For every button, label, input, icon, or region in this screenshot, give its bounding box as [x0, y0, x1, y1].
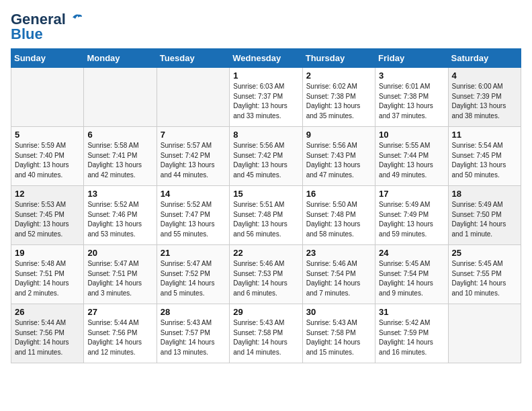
day-info: Sunrise: 5:43 AM Sunset: 7:58 PM Dayligh… [306, 318, 371, 357]
day-info: Sunrise: 6:02 AM Sunset: 7:38 PM Dayligh… [306, 82, 371, 121]
day-number: 9 [306, 130, 371, 140]
day-number: 24 [379, 248, 444, 258]
calendar-cell: 17Sunrise: 5:49 AM Sunset: 7:49 PM Dayli… [375, 186, 448, 245]
day-info: Sunrise: 5:59 AM Sunset: 7:40 PM Dayligh… [15, 141, 80, 180]
day-number: 12 [15, 189, 80, 199]
page-header: General Blue [11, 11, 521, 43]
day-info: Sunrise: 5:50 AM Sunset: 7:48 PM Dayligh… [306, 200, 371, 239]
day-number: 27 [87, 307, 152, 317]
calendar-week-row: 19Sunrise: 5:48 AM Sunset: 7:51 PM Dayli… [11, 245, 521, 304]
day-number: 26 [15, 307, 80, 317]
calendar-week-row: 1Sunrise: 6:03 AM Sunset: 7:37 PM Daylig… [11, 68, 521, 127]
col-header-saturday: Saturday [448, 49, 521, 68]
day-info: Sunrise: 5:47 AM Sunset: 7:52 PM Dayligh… [161, 259, 226, 298]
col-header-sunday: Sunday [11, 49, 84, 68]
day-number: 23 [306, 248, 371, 258]
day-number: 4 [452, 71, 517, 81]
calendar-cell [84, 68, 157, 127]
col-header-tuesday: Tuesday [157, 49, 229, 68]
calendar-cell: 2Sunrise: 6:02 AM Sunset: 7:38 PM Daylig… [302, 68, 375, 127]
day-info: Sunrise: 5:43 AM Sunset: 7:58 PM Dayligh… [233, 318, 298, 357]
day-info: Sunrise: 5:57 AM Sunset: 7:42 PM Dayligh… [161, 141, 226, 180]
day-number: 31 [379, 307, 444, 317]
day-number: 17 [379, 189, 444, 199]
day-info: Sunrise: 5:58 AM Sunset: 7:41 PM Dayligh… [87, 141, 152, 180]
calendar-cell: 1Sunrise: 6:03 AM Sunset: 7:37 PM Daylig… [230, 68, 302, 127]
day-number: 18 [452, 189, 517, 199]
calendar-cell: 5Sunrise: 5:59 AM Sunset: 7:40 PM Daylig… [11, 127, 84, 186]
day-info: Sunrise: 5:53 AM Sunset: 7:45 PM Dayligh… [15, 200, 80, 239]
calendar-cell: 13Sunrise: 5:52 AM Sunset: 7:46 PM Dayli… [84, 186, 157, 245]
day-info: Sunrise: 5:45 AM Sunset: 7:55 PM Dayligh… [452, 259, 517, 298]
calendar-cell: 12Sunrise: 5:53 AM Sunset: 7:45 PM Dayli… [11, 186, 84, 245]
day-info: Sunrise: 6:00 AM Sunset: 7:39 PM Dayligh… [452, 82, 517, 121]
day-number: 5 [15, 130, 80, 140]
day-info: Sunrise: 5:46 AM Sunset: 7:53 PM Dayligh… [233, 259, 298, 298]
logo: General Blue [11, 11, 82, 43]
calendar-cell [11, 68, 84, 127]
calendar-cell: 15Sunrise: 5:51 AM Sunset: 7:48 PM Dayli… [230, 186, 302, 245]
day-number: 21 [161, 248, 226, 258]
calendar-cell: 10Sunrise: 5:55 AM Sunset: 7:44 PM Dayli… [375, 127, 448, 186]
calendar-cell: 8Sunrise: 5:56 AM Sunset: 7:42 PM Daylig… [230, 127, 302, 186]
day-info: Sunrise: 5:52 AM Sunset: 7:46 PM Dayligh… [87, 200, 152, 239]
col-header-wednesday: Wednesday [230, 49, 302, 68]
day-info: Sunrise: 5:44 AM Sunset: 7:56 PM Dayligh… [15, 318, 80, 357]
calendar-cell: 27Sunrise: 5:44 AM Sunset: 7:56 PM Dayli… [84, 304, 157, 363]
calendar-week-row: 26Sunrise: 5:44 AM Sunset: 7:56 PM Dayli… [11, 304, 521, 363]
calendar-cell: 19Sunrise: 5:48 AM Sunset: 7:51 PM Dayli… [11, 245, 84, 304]
day-info: Sunrise: 5:49 AM Sunset: 7:49 PM Dayligh… [379, 200, 444, 239]
calendar-cell: 26Sunrise: 5:44 AM Sunset: 7:56 PM Dayli… [11, 304, 84, 363]
day-number: 13 [87, 189, 152, 199]
calendar-table: SundayMondayTuesdayWednesdayThursdayFrid… [11, 48, 521, 363]
calendar-cell: 4Sunrise: 6:00 AM Sunset: 7:39 PM Daylig… [448, 68, 521, 127]
calendar-cell: 29Sunrise: 5:43 AM Sunset: 7:58 PM Dayli… [230, 304, 302, 363]
col-header-thursday: Thursday [302, 49, 375, 68]
calendar-cell: 16Sunrise: 5:50 AM Sunset: 7:48 PM Dayli… [302, 186, 375, 245]
day-info: Sunrise: 5:56 AM Sunset: 7:42 PM Dayligh… [233, 141, 298, 180]
calendar-cell: 23Sunrise: 5:46 AM Sunset: 7:54 PM Dayli… [302, 245, 375, 304]
calendar-cell: 21Sunrise: 5:47 AM Sunset: 7:52 PM Dayli… [157, 245, 229, 304]
day-number: 28 [161, 307, 226, 317]
day-number: 30 [306, 307, 371, 317]
day-info: Sunrise: 6:01 AM Sunset: 7:38 PM Dayligh… [379, 82, 444, 121]
calendar-cell [448, 304, 521, 363]
day-number: 7 [161, 130, 226, 140]
calendar-cell: 3Sunrise: 6:01 AM Sunset: 7:38 PM Daylig… [375, 68, 448, 127]
day-number: 1 [233, 71, 298, 81]
day-info: Sunrise: 5:48 AM Sunset: 7:51 PM Dayligh… [15, 259, 80, 298]
col-header-monday: Monday [84, 49, 157, 68]
calendar-week-row: 12Sunrise: 5:53 AM Sunset: 7:45 PM Dayli… [11, 186, 521, 245]
day-number: 16 [306, 189, 371, 199]
day-info: Sunrise: 5:51 AM Sunset: 7:48 PM Dayligh… [233, 200, 298, 239]
day-number: 11 [452, 130, 517, 140]
day-info: Sunrise: 5:56 AM Sunset: 7:43 PM Dayligh… [306, 141, 371, 180]
day-number: 14 [161, 189, 226, 199]
calendar-week-row: 5Sunrise: 5:59 AM Sunset: 7:40 PM Daylig… [11, 127, 521, 186]
calendar-cell: 14Sunrise: 5:52 AM Sunset: 7:47 PM Dayli… [157, 186, 229, 245]
day-number: 8 [233, 130, 298, 140]
calendar-cell: 25Sunrise: 5:45 AM Sunset: 7:55 PM Dayli… [448, 245, 521, 304]
calendar-cell: 9Sunrise: 5:56 AM Sunset: 7:43 PM Daylig… [302, 127, 375, 186]
day-number: 3 [379, 71, 444, 81]
day-info: Sunrise: 5:49 AM Sunset: 7:50 PM Dayligh… [452, 200, 517, 239]
calendar-cell: 7Sunrise: 5:57 AM Sunset: 7:42 PM Daylig… [157, 127, 229, 186]
day-number: 22 [233, 248, 298, 258]
calendar-cell: 20Sunrise: 5:47 AM Sunset: 7:51 PM Dayli… [84, 245, 157, 304]
day-number: 15 [233, 189, 298, 199]
day-info: Sunrise: 5:46 AM Sunset: 7:54 PM Dayligh… [306, 259, 371, 298]
calendar-cell [157, 68, 229, 127]
calendar-cell: 28Sunrise: 5:43 AM Sunset: 7:57 PM Dayli… [157, 304, 229, 363]
day-info: Sunrise: 5:44 AM Sunset: 7:56 PM Dayligh… [87, 318, 152, 357]
day-info: Sunrise: 6:03 AM Sunset: 7:37 PM Dayligh… [233, 82, 298, 121]
calendar-cell: 6Sunrise: 5:58 AM Sunset: 7:41 PM Daylig… [84, 127, 157, 186]
calendar-cell: 18Sunrise: 5:49 AM Sunset: 7:50 PM Dayli… [448, 186, 521, 245]
calendar-header-row: SundayMondayTuesdayWednesdayThursdayFrid… [11, 49, 521, 68]
day-number: 25 [452, 248, 517, 258]
day-number: 10 [379, 130, 444, 140]
day-number: 6 [87, 130, 152, 140]
day-info: Sunrise: 5:54 AM Sunset: 7:45 PM Dayligh… [452, 141, 517, 180]
col-header-friday: Friday [375, 49, 448, 68]
day-info: Sunrise: 5:45 AM Sunset: 7:54 PM Dayligh… [379, 259, 444, 298]
calendar-cell: 11Sunrise: 5:54 AM Sunset: 7:45 PM Dayli… [448, 127, 521, 186]
